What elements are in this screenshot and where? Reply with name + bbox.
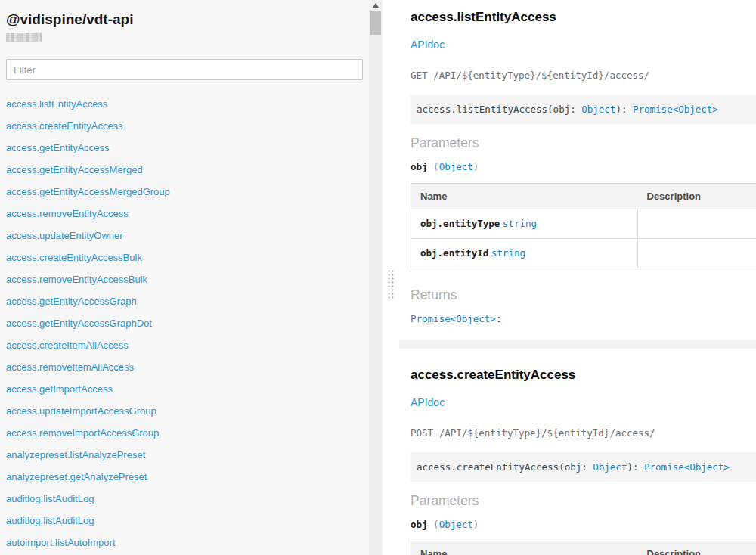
paren: )	[473, 161, 479, 172]
column-header-name: Name	[411, 541, 638, 555]
paren: (	[428, 519, 439, 530]
param-type-link[interactable]: Object	[439, 519, 473, 530]
method-title: access.listEntityAccess	[411, 0, 756, 26]
returns-type-link[interactable]: Promise<Object>	[411, 313, 496, 324]
column-header-name: Name	[411, 184, 638, 209]
returns-colon: :	[496, 313, 502, 324]
package-title: @vidispine/vdt-api	[6, 11, 363, 29]
method-signature: access.listEntityAccess(obj: Object): Pr…	[411, 95, 756, 124]
sidebar-item[interactable]: access.updateImportAccessGroup	[6, 400, 363, 422]
column-header-description: Description	[638, 541, 756, 555]
returns-declaration: Promise<Object>:	[411, 313, 756, 340]
param-declaration: obj (Object)	[411, 519, 756, 531]
sidebar-item[interactable]: access.getEntityAccessMergedGroup	[6, 181, 363, 203]
sidebar-item[interactable]: analyzepreset.getAnalyzePreset	[6, 466, 363, 488]
sidebar-item[interactable]: access.getImportAccess	[6, 378, 363, 400]
sidebar-item[interactable]: access.removeImportAccessGroup	[6, 422, 363, 444]
apidoc-link[interactable]: APIdoc	[411, 395, 445, 409]
signature-text: access.listEntityAccess(obj:	[417, 104, 581, 115]
doc-section-listEntityAccess: access.listEntityAccess APIdoc GET /API/…	[399, 0, 756, 340]
sidebar-item[interactable]: access.updateEntityOwner	[6, 225, 363, 246]
sidebar-item[interactable]: auditlog.listAuditLog	[6, 510, 363, 532]
column-header-description: Description	[638, 184, 756, 209]
method-signature: access.createEntityAccess(obj: Object): …	[411, 452, 756, 482]
parameters-table: Name Description obj.entityType string o…	[411, 183, 756, 268]
sidebar-item[interactable]: access.createEntityAccess	[6, 115, 363, 137]
sidebar-item[interactable]: access.createItemAllAccess	[6, 334, 363, 356]
param-row-description	[638, 209, 756, 239]
paren: )	[473, 519, 479, 530]
paren: (	[428, 161, 439, 172]
parameters-heading: Parameters	[411, 492, 756, 509]
parameters-heading: Parameters	[411, 135, 756, 151]
signature-return-type: Promise<Object>	[633, 104, 718, 115]
signature-param-type: Object	[593, 461, 627, 473]
scroll-up-arrow-icon[interactable]	[373, 3, 379, 8]
sidebar-item[interactable]: access.getEntityAccessGraph	[6, 290, 363, 312]
sidebar-item[interactable]: analyzepreset.listAnalyzePreset	[6, 444, 363, 466]
table-row: obj.entityId string	[411, 239, 756, 268]
table-header-row: Name Description	[411, 184, 756, 209]
filter-input[interactable]	[6, 59, 363, 80]
param-name: obj	[411, 161, 428, 172]
sidebar-item[interactable]: access.getEntityAccess	[6, 137, 363, 159]
param-row-type-link[interactable]: string	[491, 247, 525, 259]
param-row-name: obj.entityType	[420, 218, 500, 229]
apidoc-link[interactable]: APIdoc	[411, 38, 445, 51]
doc-content: access.listEntityAccess APIdoc GET /API/…	[399, 0, 756, 555]
sidebar-item[interactable]: access.getEntityAccessMerged	[6, 159, 363, 181]
param-declaration: obj (Object)	[411, 161, 756, 173]
sidebar-nav: access.listEntityAccess access.createEnt…	[6, 93, 363, 553]
param-name: obj	[411, 519, 428, 530]
sidebar-scrollbar[interactable]	[369, 0, 383, 555]
table-header-row: Name Description	[411, 541, 756, 555]
sidebar-item[interactable]: access.getEntityAccessGraphDot	[6, 312, 363, 334]
endpoint-path: POST /API/${entityType}/${entityId}/acce…	[411, 427, 756, 439]
signature-param-type: Object	[581, 104, 615, 115]
sidebar-item[interactable]: access.removeEntityAccess	[6, 203, 363, 225]
sidebar-item[interactable]: auditlog.listAuditLog	[6, 488, 363, 510]
sidebar-item[interactable]: access.createEntityAccessBulk	[6, 246, 363, 268]
sidebar-item[interactable]: access.removeItemAllAccess	[6, 356, 363, 378]
doc-section-createEntityAccess: access.createEntityAccess APIdoc POST /A…	[399, 349, 756, 555]
sidebar-item[interactable]: access.listEntityAccess	[6, 93, 363, 115]
parameters-table: Name Description	[411, 541, 756, 555]
param-row-type-link[interactable]: string	[503, 218, 537, 229]
version-badge	[6, 33, 42, 42]
param-row-description	[638, 239, 756, 268]
signature-text: ):	[627, 461, 644, 473]
returns-heading: Returns	[411, 287, 756, 303]
param-type-link[interactable]: Object	[439, 161, 473, 172]
signature-text: ):	[615, 104, 633, 115]
section-divider	[399, 340, 756, 349]
signature-text: access.createEntityAccess(obj:	[417, 461, 593, 473]
pane-resizer[interactable]	[383, 0, 399, 555]
table-row: obj.entityType string	[411, 209, 756, 239]
param-row-name: obj.entityId	[420, 247, 488, 259]
sidebar-item[interactable]: autoimport.listAutoImport	[6, 532, 363, 553]
endpoint-path: GET /API/${entityType}/${entityId}/acces…	[411, 70, 756, 82]
sidebar: @vidispine/vdt-api access.listEntityAcce…	[0, 0, 369, 555]
signature-return-type: Promise<Object>	[644, 461, 730, 473]
scrollbar-thumb[interactable]	[370, 11, 381, 35]
drag-handle-icon	[387, 269, 395, 300]
method-title: access.createEntityAccess	[411, 349, 756, 383]
sidebar-item[interactable]: access.removeEntityAccessBulk	[6, 268, 363, 290]
